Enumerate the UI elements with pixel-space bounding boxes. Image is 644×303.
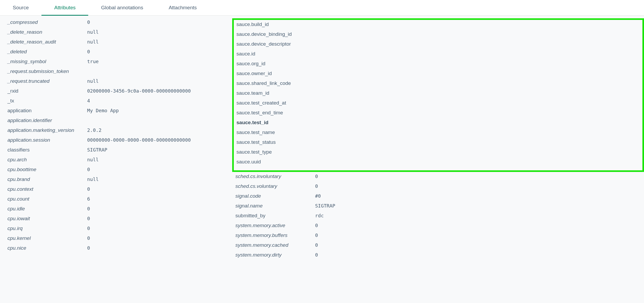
attribute-key: sched.cs.voluntary bbox=[235, 183, 315, 189]
attribute-value: 0 bbox=[87, 167, 90, 172]
attribute-key: application bbox=[7, 108, 87, 114]
attribute-key: cpu.boottime bbox=[7, 167, 87, 172]
attribute-value: 0 bbox=[87, 216, 90, 221]
attribute-value: 0 bbox=[315, 232, 318, 238]
attribute-row[interactable]: sauce.team_id bbox=[236, 90, 639, 100]
attribute-key: system.memory.buffers bbox=[235, 232, 315, 238]
attribute-key: sauce.owner_id bbox=[236, 71, 272, 76]
attribute-row[interactable]: sauce.test_status bbox=[236, 139, 639, 149]
attribute-row[interactable]: submitted_byrdc bbox=[235, 213, 644, 223]
attribute-row[interactable]: cpu.count6 bbox=[7, 196, 235, 206]
attribute-value: null bbox=[87, 176, 99, 182]
tab-global-annotations[interactable]: Global annotations bbox=[88, 0, 156, 15]
highlighted-attributes-box: sauce.build_idsauce.device_binding_idsau… bbox=[232, 18, 644, 172]
attribute-key: _delete_reason_audit bbox=[7, 39, 87, 45]
attribute-value: 0 bbox=[315, 223, 318, 228]
attribute-key: sauce.test_type bbox=[236, 149, 272, 155]
attribute-row[interactable]: sched.cs.involuntary0 bbox=[235, 174, 644, 183]
attribute-key: submitted_by bbox=[235, 213, 315, 219]
attribute-row[interactable]: _request.submission_token bbox=[7, 68, 235, 78]
attribute-value: #0 bbox=[315, 193, 321, 199]
attribute-key: _deleted bbox=[7, 49, 87, 55]
attribute-key: sauce.test_end_time bbox=[236, 110, 283, 116]
attribute-row[interactable]: _compressed0 bbox=[7, 19, 235, 29]
attribute-value: null bbox=[87, 39, 99, 45]
attribute-key: cpu.irq bbox=[7, 226, 87, 231]
attribute-value: null bbox=[87, 78, 99, 84]
attribute-row[interactable]: _delete_reason_auditnull bbox=[7, 39, 235, 49]
attribute-row[interactable]: _request.truncatednull bbox=[7, 78, 235, 88]
attribute-row[interactable]: sauce.build_id bbox=[236, 21, 639, 31]
attribute-row[interactable]: signal.code#0 bbox=[235, 193, 644, 203]
attribute-key: signal.name bbox=[235, 203, 315, 209]
attribute-key: application.marketing_version bbox=[7, 127, 87, 133]
attribute-row[interactable]: sauce.uuid bbox=[236, 159, 639, 169]
attribute-row[interactable]: cpu.idle0 bbox=[7, 206, 235, 216]
attribute-row[interactable]: _missing_symboltrue bbox=[7, 59, 235, 68]
attribute-row[interactable]: cpu.iowait0 bbox=[7, 216, 235, 226]
attribute-key: sauce.org_id bbox=[236, 61, 265, 67]
tab-source[interactable]: Source bbox=[0, 0, 41, 15]
attribute-row[interactable]: sauce.device_binding_id bbox=[236, 31, 639, 41]
attribute-row[interactable]: classifiersSIGTRAP bbox=[7, 147, 235, 157]
attribute-key: cpu.iowait bbox=[7, 216, 87, 222]
attribute-row[interactable]: _rxid02000000-3456-9c0a-0000-00000000000… bbox=[7, 88, 235, 98]
attribute-key: cpu.kernel bbox=[7, 235, 87, 241]
attribute-row[interactable]: application.identifier bbox=[7, 118, 235, 127]
attribute-row[interactable]: sched.cs.voluntary0 bbox=[235, 183, 644, 193]
attribute-row[interactable]: application.marketing_version2.0.2 bbox=[7, 127, 235, 137]
attribute-value: 0 bbox=[87, 226, 90, 231]
attribute-row[interactable]: cpu.irq0 bbox=[7, 226, 235, 235]
attribute-row[interactable]: system.memory.active0 bbox=[235, 223, 644, 232]
attribute-row[interactable]: _delete_reasonnull bbox=[7, 29, 235, 39]
attribute-key: sauce.test_name bbox=[236, 129, 275, 135]
attribute-row[interactable]: cpu.kernel0 bbox=[7, 235, 235, 245]
attribute-row[interactable]: system.memory.dirty0 bbox=[235, 252, 644, 262]
attribute-row[interactable]: system.memory.buffers0 bbox=[235, 232, 644, 242]
attribute-row[interactable]: sauce.org_id bbox=[236, 61, 639, 71]
attribute-row[interactable]: _deleted0 bbox=[7, 49, 235, 59]
attribute-value: true bbox=[87, 59, 99, 64]
attributes-column-right: sauce.build_idsauce.device_binding_idsau… bbox=[235, 19, 644, 262]
attribute-value: null bbox=[87, 29, 99, 35]
attribute-value: 0 bbox=[315, 183, 318, 189]
attribute-key: system.memory.active bbox=[235, 223, 315, 228]
attribute-row[interactable]: sauce.test_id bbox=[236, 120, 639, 129]
attribute-row[interactable]: sauce.id bbox=[236, 51, 639, 61]
attribute-key: sauce.test_id bbox=[236, 120, 268, 125]
attribute-row[interactable]: cpu.boottime0 bbox=[7, 167, 235, 176]
attribute-row[interactable]: applicationMy Demo App bbox=[7, 108, 235, 118]
attribute-row[interactable]: sauce.device_descriptor bbox=[236, 41, 639, 51]
attribute-value: rdc bbox=[315, 213, 324, 218]
attribute-row[interactable]: sauce.test_end_time bbox=[236, 110, 639, 120]
attribute-row[interactable]: _tx4 bbox=[7, 98, 235, 108]
attribute-row[interactable]: sauce.test_created_at bbox=[236, 100, 639, 110]
attribute-row[interactable]: system.memory.cached0 bbox=[235, 242, 644, 252]
tabs-container: Source Attributes Global annotations Att… bbox=[0, 0, 644, 16]
attribute-value: 02000000-3456-9c0a-0000-000000000000 bbox=[87, 88, 191, 94]
attribute-key: cpu.brand bbox=[7, 176, 87, 182]
tab-attributes[interactable]: Attributes bbox=[41, 0, 88, 15]
attribute-row[interactable]: cpu.nice0 bbox=[7, 245, 235, 255]
attribute-row[interactable]: sauce.test_type bbox=[236, 149, 639, 159]
attribute-value: 0 bbox=[87, 186, 90, 192]
tab-attachments[interactable]: Attachments bbox=[156, 0, 210, 15]
attribute-key: application.session bbox=[7, 137, 87, 143]
attribute-row[interactable]: signal.nameSIGTRAP bbox=[235, 203, 644, 213]
attribute-row[interactable]: sauce.shared_link_code bbox=[236, 80, 639, 90]
attribute-row[interactable]: application.session00000000-0000-0000-00… bbox=[7, 137, 235, 147]
attribute-row[interactable]: sauce.test_name bbox=[236, 129, 639, 139]
attribute-value: 4 bbox=[87, 98, 90, 103]
attribute-key: system.memory.cached bbox=[235, 242, 315, 248]
attribute-row[interactable]: cpu.brandnull bbox=[7, 176, 235, 186]
attribute-key: signal.code bbox=[235, 193, 315, 199]
attribute-key: cpu.idle bbox=[7, 206, 87, 212]
attribute-row[interactable]: sauce.owner_id bbox=[236, 71, 639, 80]
attribute-key: sauce.device_binding_id bbox=[236, 31, 292, 37]
attribute-value: 0 bbox=[87, 235, 90, 241]
attribute-row[interactable]: cpu.archnull bbox=[7, 157, 235, 167]
attribute-row[interactable]: cpu.context0 bbox=[7, 186, 235, 196]
attribute-key: cpu.count bbox=[7, 196, 87, 202]
attribute-key: _tx bbox=[7, 98, 87, 104]
attribute-value: My Demo App bbox=[87, 108, 119, 113]
